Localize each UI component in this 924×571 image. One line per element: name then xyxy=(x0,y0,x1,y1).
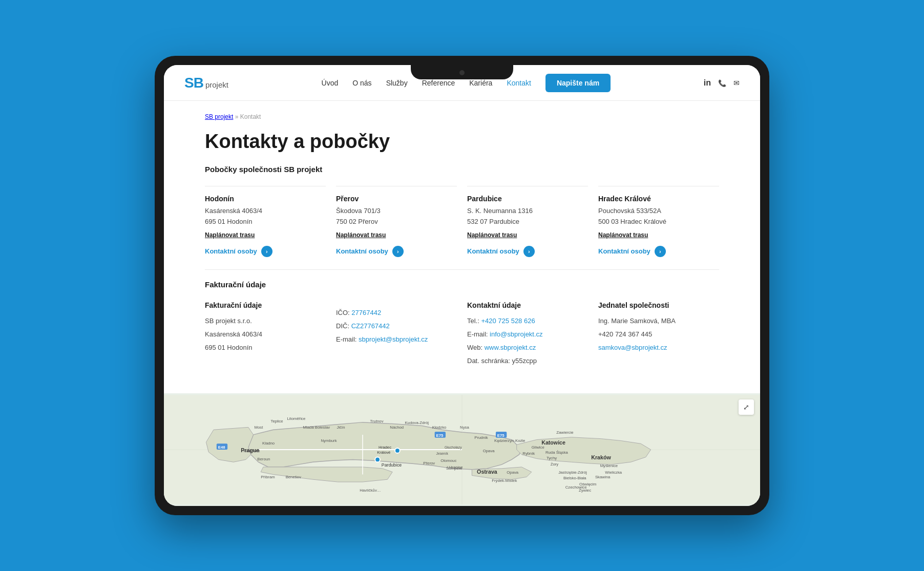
contact-persons-btn-hradec[interactable]: Kontaktní osoby › xyxy=(598,246,666,257)
logo-sb: SB xyxy=(184,75,203,91)
email-icon[interactable] xyxy=(733,78,740,88)
billing-col-0-title: Fakturační údaje xyxy=(205,301,326,309)
svg-text:Opava: Opava xyxy=(507,470,519,474)
contact-persons-btn-prerov[interactable]: Kontaktní osoby › xyxy=(336,246,404,257)
nav-cta-button[interactable]: Napište nám xyxy=(545,74,611,92)
svg-text:E75: E75 xyxy=(436,433,444,438)
linkedin-icon[interactable] xyxy=(704,78,711,88)
svg-text:Głuchołazy: Głuchołazy xyxy=(445,446,462,450)
svg-text:Tychy: Tychy xyxy=(547,456,557,460)
branches-section: Pobočky společnosti SB projekt Hodonín K… xyxy=(205,165,719,257)
device-camera xyxy=(459,70,465,75)
nav-cta-item[interactable]: Napište nám xyxy=(545,78,611,88)
breadcrumb-current: Kontakt xyxy=(240,113,261,120)
branch-addr2-pardubice: 532 07 Pardubice xyxy=(467,218,519,225)
svg-text:Hradec: Hradec xyxy=(379,445,391,450)
svg-text:Ruda Śląska: Ruda Śląska xyxy=(545,450,569,455)
contact-persons-btn-pardubice[interactable]: Kontaktní osoby › xyxy=(467,246,535,257)
billing-email[interactable]: sbprojekt@sbprojekt.cz xyxy=(359,335,428,343)
map-container: Prague Pardubice Hradec Králové Ostrava … xyxy=(164,393,760,506)
svg-text:Frýdek-Místek: Frýdek-Místek xyxy=(492,478,517,483)
contact-persons-label-hradec: Kontaktní osoby xyxy=(598,247,650,255)
billing-dic[interactable]: CZ27767442 xyxy=(351,322,390,330)
billing-col-2-title: Kontaktní údaje xyxy=(467,301,588,309)
contact-datschranka: y55zcpp xyxy=(512,357,536,365)
nav-item-uvod[interactable]: Úvod xyxy=(322,78,339,88)
branch-address-prerov: Škodova 701/3 750 02 Přerov xyxy=(336,206,457,227)
branch-addr1-hodonin: Kasárenská 4063/4 xyxy=(205,207,262,215)
svg-text:Teplice: Teplice xyxy=(271,418,283,423)
nav-icons xyxy=(704,78,740,88)
svg-text:Czechowice: Czechowice xyxy=(565,484,587,489)
breadcrumb-home[interactable]: SB projekt xyxy=(205,113,233,120)
branch-nav-pardubice[interactable]: Naplánovat trasu xyxy=(467,231,588,239)
branch-addr1-hradec: Pouchovská 533/52A xyxy=(598,207,661,215)
nav-link-kariera: Kariéra xyxy=(469,79,492,87)
svg-text:Benešov: Benešov xyxy=(286,475,301,479)
contact-persons-label-hodonin: Kontaktní osoby xyxy=(205,247,257,255)
jednatel-email[interactable]: samkova@sbprojekt.cz xyxy=(598,344,667,351)
phone-icon[interactable] xyxy=(718,78,726,88)
svg-text:Pardubice: Pardubice xyxy=(382,462,402,468)
svg-text:Trutnov: Trutnov xyxy=(370,418,384,423)
svg-point-6 xyxy=(375,457,380,462)
screen: SB projekt Úvod O nás Služby Reference K… xyxy=(164,65,760,506)
billing-col-1-text: IČO: 27767442 DIČ: CZ27767442 E-mail: sb… xyxy=(336,306,457,346)
branch-card-hodonin: Hodonín Kasárenská 4063/4 695 01 Hodonín… xyxy=(205,186,326,257)
nav-item-sluzby[interactable]: Služby xyxy=(386,78,408,88)
nav-link-reference: Reference xyxy=(422,79,455,87)
branch-card-pardubice: Pardubice S. K. Neumanna 1316 532 07 Par… xyxy=(467,186,588,257)
branch-name-hradec: Hradec Králové xyxy=(598,195,719,203)
svg-text:E48: E48 xyxy=(218,445,225,450)
branch-nav-prerov[interactable]: Naplánovat trasu xyxy=(336,231,457,239)
contact-email[interactable]: info@sbprojekt.cz xyxy=(490,330,543,338)
branch-address-hradec: Pouchovská 533/52A 500 03 Hradec Králové xyxy=(598,206,719,227)
jednatel-name: Ing. Marie Samková, MBA xyxy=(598,317,676,325)
branch-nav-hradec[interactable]: Naplánovat trasu xyxy=(598,231,719,239)
branch-name-hodonin: Hodonín xyxy=(205,195,326,203)
nav-item-onas[interactable]: O nás xyxy=(352,78,371,88)
billing-city: 695 01 Hodonín xyxy=(205,344,253,351)
nav-item-kariera[interactable]: Kariéra xyxy=(469,78,492,88)
svg-text:Přerov: Přerov xyxy=(423,461,435,466)
billing-col-3-text: Ing. Marie Samková, MBA +420 724 367 445… xyxy=(598,314,719,354)
svg-text:Hranice: Hranice xyxy=(449,465,463,470)
svg-text:Rybnik: Rybnik xyxy=(522,451,535,455)
contact-tel[interactable]: +420 725 528 626 xyxy=(481,317,535,325)
device-frame: SB projekt Úvod O nás Služby Reference K… xyxy=(155,56,769,515)
breadcrumb-separator: » xyxy=(233,113,240,120)
nav-links: Úvod O nás Služby Reference Kariéra Kont… xyxy=(322,78,611,88)
svg-point-8 xyxy=(395,448,400,453)
contact-persons-btn-hodonin[interactable]: Kontaktní osoby › xyxy=(205,246,272,257)
nav-item-kontakt[interactable]: Kontakt xyxy=(507,78,531,88)
svg-text:Litoměřice: Litoměřice xyxy=(287,416,306,421)
svg-text:Gliwice: Gliwice xyxy=(532,445,544,450)
billing-col-3: Jednatel společnosti Ing. Marie Samková,… xyxy=(598,301,719,368)
svg-text:Myślenice: Myślenice xyxy=(600,463,618,468)
map-expand-button[interactable]: ⤢ xyxy=(739,399,754,415)
svg-text:Katowice: Katowice xyxy=(541,439,565,446)
billing-ico[interactable]: 27767442 xyxy=(351,309,381,316)
svg-text:Ostrava: Ostrava xyxy=(477,468,497,474)
branch-name-prerov: Přerov xyxy=(336,195,457,203)
branch-address-hodonin: Kasárenská 4063/4 695 01 Hodonín xyxy=(205,206,326,227)
branch-nav-hodonin[interactable]: Naplánovat trasu xyxy=(205,231,326,239)
billing-company: SB projekt s.r.o. xyxy=(205,317,252,325)
svg-text:Kraków: Kraków xyxy=(591,454,611,460)
contact-persons-label-prerov: Kontaktní osoby xyxy=(336,247,388,255)
logo[interactable]: SB projekt xyxy=(184,75,228,91)
branch-addr2-hradec: 500 03 Hradec Králové xyxy=(598,218,666,225)
breadcrumb: SB projekt » Kontakt xyxy=(205,113,719,120)
branch-addr2-hodonin: 695 01 Hodonín xyxy=(205,218,253,225)
contact-persons-arrow-prerov: › xyxy=(392,246,404,257)
contact-persons-arrow-hradec: › xyxy=(655,246,666,257)
billing-street: Kasárenská 4063/4 xyxy=(205,330,262,338)
svg-text:Skawina: Skawina xyxy=(595,475,611,479)
contact-web[interactable]: www.sbprojekt.cz xyxy=(485,344,536,351)
svg-text:Rakovník: Rakovník xyxy=(243,449,260,453)
branch-addr2-prerov: 750 02 Přerov xyxy=(336,218,378,225)
branches-section-title: Pobočky společnosti SB projekt xyxy=(205,165,719,174)
nav-item-reference[interactable]: Reference xyxy=(422,78,455,88)
nav-link-uvod: Úvod xyxy=(322,79,339,87)
svg-text:Jastrzębie-Zdrój: Jastrzębie-Zdrój xyxy=(558,470,587,474)
